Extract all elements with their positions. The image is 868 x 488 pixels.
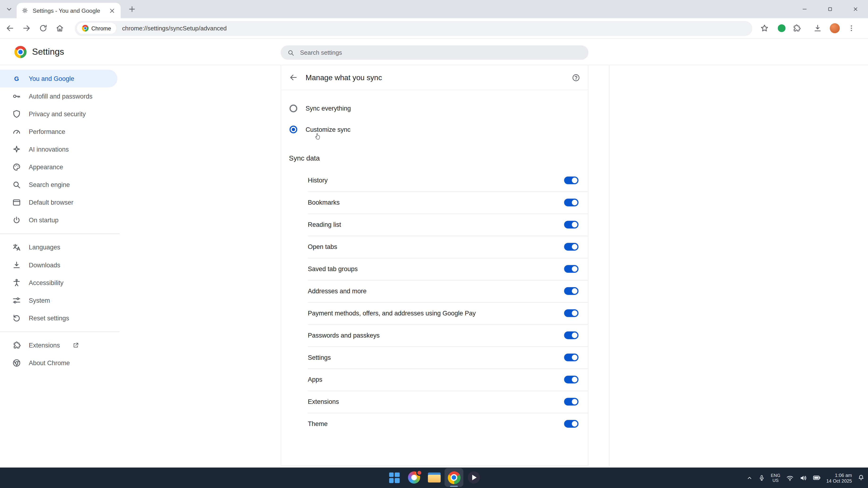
sidebar-item-extensions[interactable]: Extensions — [0, 336, 120, 354]
profile-avatar[interactable] — [830, 23, 840, 33]
toggle-switch[interactable] — [564, 243, 579, 251]
sidebar-item-system[interactable]: System — [0, 292, 120, 309]
toggle-switch[interactable] — [564, 199, 579, 206]
battery-icon[interactable] — [813, 474, 821, 482]
toggle-switch[interactable] — [564, 331, 579, 339]
palette-icon — [12, 163, 21, 172]
forward-button[interactable] — [19, 21, 34, 36]
notification-badge — [416, 470, 423, 476]
toggle-switch[interactable] — [564, 176, 579, 184]
toggle-switch[interactable] — [564, 221, 579, 228]
tune-icon — [12, 296, 21, 305]
wifi-icon[interactable] — [786, 474, 794, 482]
sidebar-item-performance[interactable]: Performance — [0, 123, 120, 140]
sync-row-theme: Theme — [281, 413, 588, 435]
key-icon — [12, 92, 21, 101]
close-icon — [852, 6, 858, 12]
tab-close-icon[interactable] — [108, 7, 116, 14]
new-tab-button[interactable] — [128, 5, 136, 13]
sync-row-label: Bookmarks — [308, 199, 564, 206]
reset-icon — [12, 314, 21, 323]
tab-title: Settings - You and Google — [33, 7, 108, 14]
minimize-button[interactable] — [792, 0, 817, 18]
radio-option-sync-everything[interactable]: Sync everything — [281, 98, 588, 119]
speaker-icon[interactable] — [799, 474, 807, 482]
toggle-switch[interactable] — [564, 354, 579, 361]
media-player-icon — [468, 471, 480, 484]
speedometer-icon — [12, 127, 21, 136]
sync-row-label: Apps — [308, 376, 564, 383]
radio-button[interactable] — [289, 126, 297, 133]
language-indicator[interactable]: ENG US — [771, 473, 780, 483]
radio-option-customize-sync[interactable]: Customize sync — [281, 119, 588, 140]
start-button[interactable] — [385, 468, 404, 487]
sidebar-item-appearance[interactable]: Appearance — [0, 158, 120, 176]
sidebar-item-about-chrome[interactable]: About Chrome — [0, 354, 120, 372]
hidden-icons-chevron[interactable] — [746, 475, 753, 481]
browser-window-icon — [12, 198, 21, 207]
search-icon — [12, 181, 21, 189]
mouse-cursor — [313, 132, 322, 141]
extensions-button[interactable] — [792, 24, 801, 33]
media-player[interactable] — [464, 468, 483, 487]
site-info-chip[interactable]: Chrome — [77, 23, 116, 34]
sidebar-item-default-browser[interactable]: Default browser — [0, 194, 120, 211]
content-right-divider — [609, 65, 610, 466]
chrome-icon — [448, 471, 460, 484]
reload-button[interactable] — [35, 21, 51, 36]
sync-row-settings: Settings — [281, 346, 588, 368]
windows-start-icon — [389, 472, 400, 483]
notification-bell-icon[interactable] — [857, 474, 865, 481]
download-icon — [12, 261, 21, 269]
sidebar-item-ai-innovations[interactable]: AI innovations — [0, 140, 120, 158]
extension-badge-icon[interactable] — [778, 24, 785, 32]
close-window-button[interactable] — [842, 0, 868, 18]
toggle-switch[interactable] — [564, 398, 579, 405]
sidebar-item-search-engine[interactable]: Search engine — [0, 176, 120, 194]
subpage-back-button[interactable] — [289, 73, 298, 82]
back-button[interactable] — [2, 21, 18, 36]
sparkle-icon — [12, 145, 21, 154]
toggle-switch[interactable] — [564, 309, 579, 317]
window-controls — [792, 0, 868, 18]
help-button[interactable] — [572, 73, 580, 82]
settings-search-input[interactable]: Search settings — [281, 45, 588, 60]
toggle-switch[interactable] — [564, 287, 579, 295]
sidebar-item-languages[interactable]: Languages — [0, 238, 120, 256]
bookmark-star-button[interactable] — [760, 24, 769, 33]
sidebar-item-on-startup[interactable]: On startup — [0, 212, 120, 229]
url-text: chrome://settings/syncSetup/advanced — [122, 25, 227, 32]
maximize-button[interactable] — [817, 0, 842, 18]
sidebar-item-label: Autofill and passwords — [29, 93, 92, 99]
radio-button[interactable] — [289, 105, 297, 112]
browser-menu-button[interactable] — [847, 24, 855, 33]
sync-row-label: Settings — [308, 354, 564, 361]
downloads-button[interactable] — [813, 24, 822, 33]
toggle-switch[interactable] — [564, 376, 579, 384]
browser-tab[interactable]: Settings - You and Google — [17, 3, 121, 19]
section-title: Sync data — [281, 154, 588, 162]
toggle-switch[interactable] — [564, 265, 579, 273]
sync-row-label: History — [308, 177, 564, 184]
microphone-icon[interactable] — [758, 475, 765, 481]
tab-search-chevron-icon[interactable] — [5, 5, 13, 13]
tray-time: 1:06 am — [826, 472, 852, 478]
sidebar-item-label: Performance — [29, 128, 65, 135]
sidebar-item-downloads[interactable]: Downloads — [0, 256, 120, 274]
toggle-switch[interactable] — [564, 420, 579, 428]
sidebar-item-accessibility[interactable]: Accessibility — [0, 274, 120, 292]
sidebar-item-privacy-and-security[interactable]: Privacy and security — [0, 105, 120, 123]
star-icon — [760, 24, 769, 33]
svg-text:G: G — [14, 75, 19, 82]
app-with-notification[interactable] — [405, 468, 424, 487]
home-button[interactable] — [52, 21, 68, 36]
sidebar-item-autofill-and-passwords[interactable]: Autofill and passwords — [0, 88, 120, 105]
clock[interactable]: 1:06 am 14 Oct 2025 — [826, 472, 852, 483]
page-title: Settings — [32, 39, 64, 65]
file-explorer[interactable] — [425, 468, 443, 487]
settings-sidebar: GYou and GoogleAutofill and passwordsPri… — [0, 65, 120, 467]
address-bar[interactable]: Chrome chrome://settings/syncSetup/advan… — [75, 21, 752, 36]
chrome-browser[interactable] — [445, 468, 464, 487]
sidebar-item-reset-settings[interactable]: Reset settings — [0, 309, 120, 327]
sidebar-item-you-and-google[interactable]: GYou and Google — [0, 70, 118, 88]
